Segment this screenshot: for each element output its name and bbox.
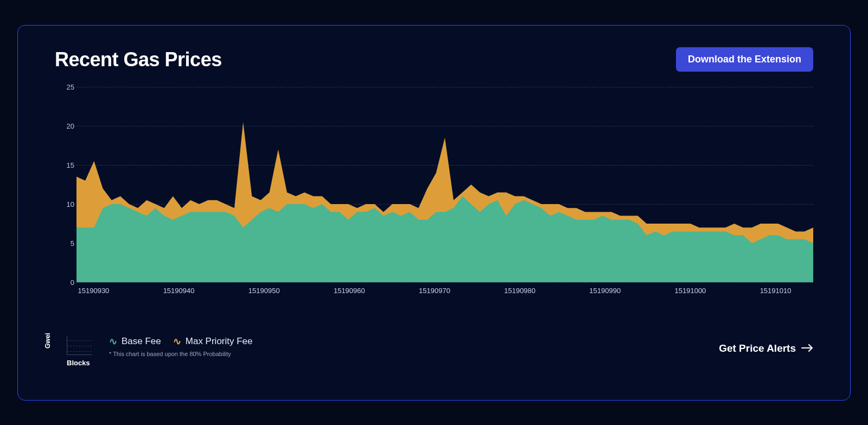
y-tick: 0 — [71, 278, 74, 287]
legend-max-priority: ∿ Max Priority Fee — [173, 335, 253, 347]
chart-plot — [76, 87, 813, 282]
x-axis-label: Blocks — [67, 359, 90, 367]
x-tick: 15191010 — [760, 287, 792, 295]
legend: Gwei Blocks ∿ Base Fee ∿ Max Priority Fe… — [55, 332, 253, 365]
x-tick: 15190990 — [589, 287, 621, 295]
y-axis: 0510152025 — [55, 87, 74, 282]
wave-icon: ∿ — [173, 335, 181, 347]
x-tick: 15190930 — [78, 287, 110, 295]
x-tick: 15190950 — [248, 287, 280, 295]
x-tick: 15191000 — [675, 287, 706, 295]
chart-svg — [76, 87, 813, 282]
legend-base-fee-label: Base Fee — [122, 336, 161, 347]
x-tick: 15190960 — [334, 287, 365, 295]
y-axis-label: Gwei — [44, 333, 52, 348]
chart-area: 0510152025 15190930151909401519095015190… — [55, 87, 813, 319]
wave-icon: ∿ — [109, 335, 117, 347]
y-tick: 5 — [71, 239, 74, 248]
x-axis: 1519093015190940151909501519096015190970… — [76, 287, 813, 303]
legend-max-priority-label: Max Priority Fee — [186, 336, 253, 347]
x-tick: 15190980 — [504, 287, 535, 295]
mini-axes-icon: Gwei Blocks — [55, 332, 92, 365]
legend-note: * This chart is based upon the 80% Proba… — [109, 351, 253, 357]
card-header: Recent Gas Prices Download the Extension — [55, 47, 813, 72]
y-tick: 20 — [67, 122, 74, 130]
download-extension-button[interactable]: Download the Extension — [676, 47, 813, 72]
get-price-alerts-link[interactable]: Get Price Alerts — [719, 342, 813, 354]
y-tick: 25 — [67, 83, 74, 91]
y-tick: 15 — [67, 161, 74, 169]
x-tick: 15190940 — [163, 287, 195, 295]
gas-prices-card: Recent Gas Prices Download the Extension… — [17, 25, 851, 401]
arrow-right-icon — [801, 342, 813, 354]
legend-base-fee: ∿ Base Fee — [109, 335, 161, 347]
x-tick: 15190970 — [419, 287, 450, 295]
page-title: Recent Gas Prices — [55, 48, 222, 71]
legend-items: ∿ Base Fee ∿ Max Priority Fee * This cha… — [109, 332, 253, 357]
y-tick: 10 — [67, 200, 74, 208]
alerts-link-label: Get Price Alerts — [719, 342, 796, 354]
card-footer: Gwei Blocks ∿ Base Fee ∿ Max Priority Fe… — [55, 332, 813, 365]
